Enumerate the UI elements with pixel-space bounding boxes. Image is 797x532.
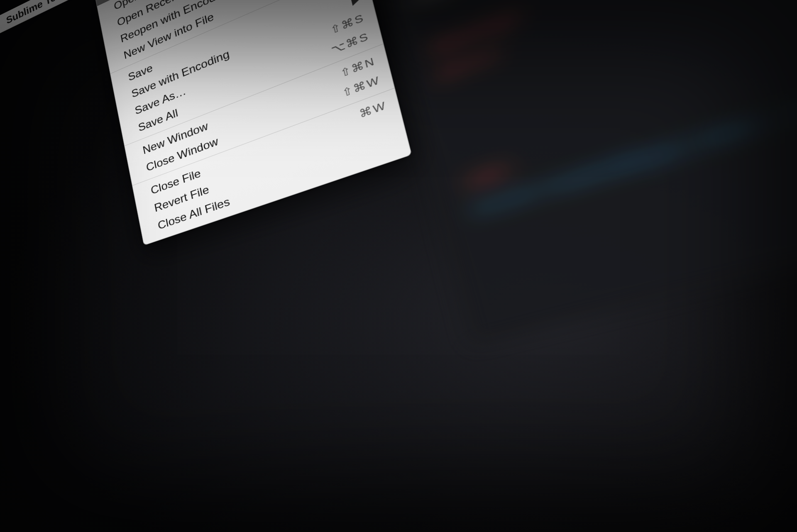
menubar-app-name[interactable]: Sublime Text xyxy=(0,0,75,33)
file-menu-dropdown: New File⌘NOpen…⌘OOpen Recent▶Reopen with… xyxy=(93,0,412,246)
editor-body: header.php <?php @package @since static … xyxy=(364,0,797,347)
editor-window: header.php <?php @package @since static … xyxy=(358,0,797,347)
